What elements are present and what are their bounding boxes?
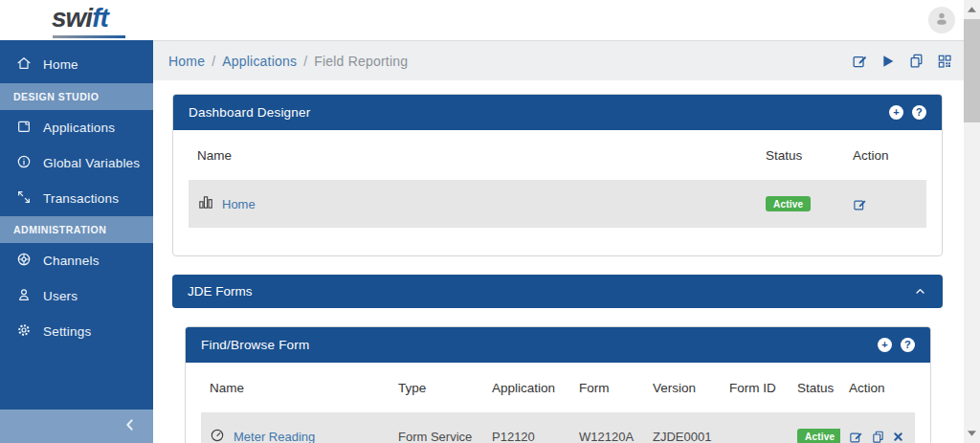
breadcrumb-home[interactable]: Home [168, 54, 205, 69]
column-header-name: Name [201, 381, 390, 395]
vertical-scrollbar[interactable] [964, 0, 980, 443]
application-cell: P12120 [483, 430, 570, 443]
sidebar-collapse-button[interactable] [0, 410, 153, 443]
sidebar-item-label: Home [43, 57, 78, 72]
panel-title: Find/Browse Form [201, 338, 309, 352]
home-icon [16, 55, 32, 74]
bar-chart-icon [197, 194, 213, 213]
swift-logo: swift [52, 3, 108, 33]
collapse-toggle[interactable] [913, 284, 927, 299]
gear-icon [16, 322, 32, 341]
table-header-row: Name Type Application Form Version Form … [201, 363, 915, 412]
find-browse-form-header: Find/Browse Form + ? [186, 327, 930, 363]
sidebar-item-applications[interactable]: Applications [0, 110, 153, 145]
help-circle-icon[interactable]: ? [901, 338, 915, 352]
action-cell [844, 197, 926, 211]
edit-icon[interactable] [852, 53, 868, 69]
breadcrumb-separator: / [212, 54, 215, 69]
sidebar-item-global-variables[interactable]: Global Variables [0, 145, 153, 181]
user-icon [16, 287, 32, 305]
column-header-form-id: Form ID [721, 381, 789, 395]
app-window: swift Home DESIGN STUDIO Appli [0, 0, 980, 443]
column-header-form: Form [570, 381, 644, 395]
breadcrumb-separator: / [303, 54, 307, 69]
panel-title: Dashboard Designer [189, 105, 310, 120]
scrollbar-thumb[interactable] [964, 19, 980, 122]
help-circle-icon[interactable]: ? [912, 105, 926, 120]
status-badge: Active [766, 196, 811, 211]
logo-underline [53, 35, 125, 38]
sidebar-item-home[interactable]: Home [0, 45, 153, 83]
sidebar-item-label: Channels [43, 254, 100, 268]
find-browse-form-panel: Find/Browse Form + ? Name Type Applicati… [185, 326, 931, 443]
breadcrumb-actions [852, 53, 952, 69]
find-browse-form-body: Name Type Application Form Version Form … [186, 363, 930, 443]
dashboard-designer-panel: Dashboard Designer + ? Name Status Actio… [172, 94, 943, 256]
column-header-action: Action [840, 381, 915, 395]
sidebar-item-label: Global Variables [43, 156, 140, 170]
sidebar-section-design-studio: DESIGN STUDIO [0, 83, 153, 110]
add-circle-icon[interactable]: + [889, 105, 903, 120]
play-icon[interactable] [880, 54, 896, 69]
type-cell: Form Service [390, 430, 483, 443]
dashboard-link-home[interactable]: Home [222, 197, 256, 211]
column-header-status: Status [757, 148, 844, 163]
logo-text-prefix: swi [52, 3, 92, 33]
top-bar: swift [0, 0, 980, 40]
edit-icon[interactable] [849, 430, 863, 443]
form-cell: W12120A [570, 430, 644, 443]
person-icon [933, 10, 950, 31]
sidebar: Home DESIGN STUDIO Applications Global V… [0, 40, 153, 443]
breadcrumb-applications[interactable]: Applications [222, 54, 297, 69]
edit-icon[interactable] [853, 197, 867, 211]
expand-arrows-icon [16, 189, 32, 208]
status-cell: Active [757, 196, 844, 211]
logo-text-suffix: ft [92, 3, 108, 33]
sidebar-item-label: Applications [43, 121, 115, 135]
chevron-left-icon [122, 417, 138, 436]
sidebar-item-label: Settings [43, 324, 91, 339]
jde-forms-panel-header[interactable]: JDE Forms [172, 275, 943, 308]
column-header-application: Application [483, 381, 570, 395]
add-circle-icon[interactable]: + [878, 338, 892, 352]
status-badge: Active [797, 429, 840, 443]
sidebar-item-label: Users [43, 289, 78, 303]
chevron-up-icon [913, 284, 927, 299]
column-header-status: Status [789, 381, 840, 395]
dashboard-name-cell: Home [189, 194, 757, 213]
wheel-icon [16, 252, 32, 270]
form-link-meter-reading[interactable]: Meter Reading [234, 430, 315, 443]
delete-x-icon[interactable] [893, 432, 903, 442]
sidebar-item-transactions[interactable]: Transactions [0, 181, 153, 216]
applications-icon [16, 119, 32, 137]
sidebar-item-users[interactable]: Users [0, 278, 153, 314]
sidebar-item-label: Transactions [43, 191, 119, 206]
gauge-icon [210, 428, 225, 443]
table-row: Meter Reading Form Service P12120 W12120… [201, 412, 915, 443]
section-label: DESIGN STUDIO [13, 91, 99, 102]
section-label: ADMINISTRATION [13, 224, 106, 235]
table-row: Home Active [189, 180, 926, 228]
action-cell [840, 430, 915, 443]
scroll-down-arrow-icon[interactable] [964, 426, 980, 441]
copy-icon[interactable] [908, 53, 924, 69]
breadcrumb: Home/Applications/Field Reporting [168, 54, 408, 69]
scroll-up-arrow-icon[interactable] [964, 2, 980, 17]
column-header-name: Name [189, 148, 757, 163]
dashboard-designer-header: Dashboard Designer + ? [173, 95, 942, 130]
sidebar-item-channels[interactable]: Channels [0, 243, 153, 278]
sidebar-nav: Home DESIGN STUDIO Applications Global V… [0, 40, 153, 349]
copy-icon[interactable] [871, 430, 885, 443]
user-avatar[interactable] [928, 7, 955, 33]
table-header-row: Name Status Action [189, 130, 926, 180]
panel-header-actions: + ? [878, 338, 915, 352]
sidebar-item-settings[interactable]: Settings [0, 314, 153, 349]
info-circle-icon [16, 154, 32, 172]
grid-qr-icon[interactable] [937, 54, 952, 69]
panel-header-actions: + ? [889, 105, 926, 120]
dashboard-designer-body: Name Status Action Home Active [173, 130, 942, 228]
version-cell: ZJDE0001 [644, 430, 721, 443]
main-content: Dashboard Designer + ? Name Status Actio… [153, 80, 964, 443]
breadcrumb-current-page: Field Reporting [314, 54, 408, 69]
status-cell: Active [789, 429, 840, 443]
